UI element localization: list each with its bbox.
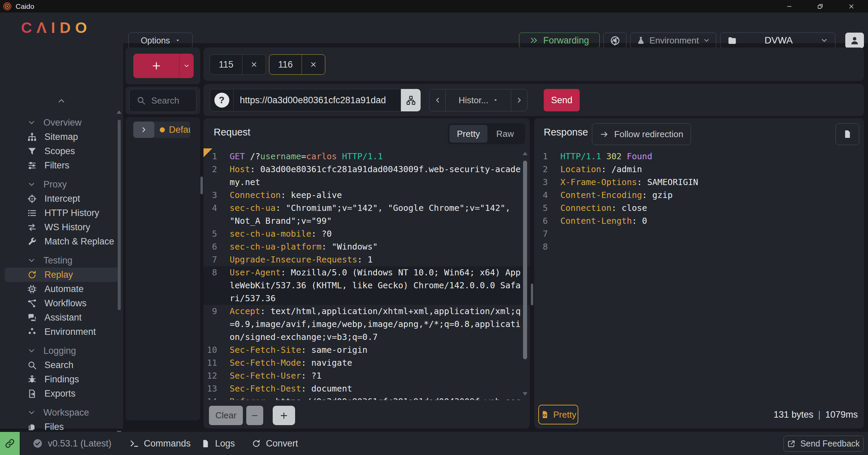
collection-search[interactable] [129, 89, 196, 112]
sidebar-scroll-up[interactable] [54, 96, 69, 106]
history-dropdown[interactable]: Histor... [446, 89, 511, 111]
sidebar-group-proxy[interactable]: Proxy [0, 177, 123, 192]
request-scrollbar[interactable] [522, 151, 528, 397]
browser-button[interactable] [603, 33, 626, 48]
help-zone[interactable]: ? [210, 89, 234, 111]
url-text[interactable]: https://0a3d00e80361cfc281a91dad [234, 95, 393, 106]
sidebar-group-label: Workspace [43, 407, 89, 418]
sidebar-group-testing[interactable]: Testing [0, 253, 123, 268]
code-line[interactable]: 6Content-Length: 0 [534, 215, 864, 228]
close-tab-button[interactable] [302, 61, 325, 68]
code-line[interactable]: 12Sec-Fetch-User: ?1 [204, 369, 530, 382]
send-button[interactable]: Send [544, 89, 580, 111]
close-tab-button[interactable] [243, 61, 266, 68]
decrease-button[interactable] [246, 406, 263, 425]
code-line[interactable]: 14Referer: https://0a3d00e80361cfc281a91… [204, 395, 530, 400]
session-tab-116[interactable]: 116 [269, 54, 325, 75]
wrench-icon [27, 237, 37, 247]
clear-button[interactable]: Clear [209, 406, 243, 425]
sidebar-item-intercept[interactable]: Intercept [0, 192, 123, 206]
sidebar-item-scopes[interactable]: Scopes [0, 144, 123, 158]
new-request-button[interactable] [133, 54, 194, 78]
sidebar-group-label: Logging [43, 346, 76, 356]
sidebar-item-environment[interactable]: Environment [0, 325, 123, 339]
search-input[interactable] [151, 95, 189, 106]
sidebar-item-files[interactable]: Files [0, 420, 123, 430]
response-pretty-button[interactable]: Pretty [538, 405, 578, 424]
close-icon [250, 61, 258, 68]
forwarding-button[interactable]: Forwarding [519, 33, 600, 48]
code-line[interactable]: 4Content-Encoding: gzip [534, 189, 864, 202]
sidebar-item-automate[interactable]: Automate [0, 282, 123, 296]
convert-button[interactable]: Convert [252, 432, 298, 455]
code-line[interactable]: 2Location: /admin [534, 163, 864, 176]
code-line[interactable]: 9Accept: text/html,application/xhtml+xml… [204, 305, 530, 344]
environment-button[interactable]: Environment [630, 33, 716, 48]
history-back-button[interactable] [429, 89, 446, 111]
code-text: sec-ch-ua-platform: "Windows" [230, 240, 521, 253]
code-line[interactable]: 8User-Agent: Mozilla/5.0 (Windows NT 10.… [204, 266, 530, 305]
sidebar-group-label: Overview [43, 117, 82, 128]
sidebar-item-findings[interactable]: Findings [0, 372, 123, 386]
sidebar-item-assistant[interactable]: Assistant [0, 310, 123, 325]
session-tab-115[interactable]: 115 [210, 54, 266, 75]
minimize-button[interactable] [779, 0, 800, 13]
history-navigator: Histor... [429, 89, 527, 111]
user-account-button[interactable] [845, 33, 864, 48]
follow-redirection-button[interactable]: Follow redirection [592, 123, 691, 145]
code-line[interactable]: 8 [534, 240, 864, 253]
sidebar-item-http-history[interactable]: HTTP History [0, 206, 123, 220]
code-line[interactable]: 5Connection: close [534, 202, 864, 215]
code-line[interactable]: 13Sec-Fetch-Dest: document [204, 382, 530, 395]
sidebar-item-match-replace[interactable]: Match & Replace [0, 234, 123, 249]
sidebar-item-exports[interactable]: Exports [0, 386, 123, 401]
code-line[interactable]: 5sec-ch-ua-mobile: ?0 [204, 228, 530, 240]
copy-response-button[interactable] [835, 123, 859, 145]
sidebar-item-replay[interactable]: Replay [5, 268, 118, 282]
close-button[interactable] [841, 0, 862, 13]
options-button[interactable]: Options [128, 33, 193, 48]
request-editor[interactable]: 1GET /?username=carlos HTTP/1.12Host: 0a… [204, 148, 530, 400]
code-line[interactable]: 3Connection: keep-alive [204, 189, 530, 202]
collection-item-default[interactable]: Defau [133, 122, 190, 138]
url-input[interactable]: ? https://0a3d00e80361cfc281a91dad [210, 89, 401, 111]
sidebar-group-logging[interactable]: Logging [0, 344, 123, 358]
code-line[interactable]: 3X-Frame-Options: SAMEORIGIN [534, 176, 864, 189]
code-line[interactable]: 1HTTP/1.1 302 Found [534, 150, 864, 163]
request-response-divider[interactable] [531, 284, 533, 305]
code-line[interactable]: 11Sec-Fetch-Mode: navigate [204, 357, 530, 369]
commands-button[interactable]: Commands [130, 432, 191, 455]
code-line[interactable]: 10Sec-Fetch-Site: same-origin [204, 344, 530, 357]
tab-pretty[interactable]: Pretty [449, 125, 487, 143]
code-line[interactable]: 2Host: 0a3d00e80361cfc281a91dad0043009f.… [204, 163, 530, 189]
code-text: X-Frame-Options: SAMEORIGIN [560, 176, 852, 189]
code-line[interactable]: 7Upgrade-Insecure-Requests: 1 [204, 253, 530, 266]
sidebar-scrollbar[interactable] [118, 108, 121, 437]
sidebar-item-workflows[interactable]: Workflows [0, 296, 123, 310]
logs-button[interactable]: Logs [201, 432, 235, 455]
panel-resize-handle[interactable] [200, 177, 203, 194]
increase-button[interactable] [273, 406, 295, 425]
code-line[interactable]: 4sec-ch-ua: "Chromium";v="142", "Google … [204, 202, 530, 228]
sitemap-structure-button[interactable] [401, 89, 421, 111]
new-request-dropdown[interactable] [179, 54, 194, 78]
expand-collection-button[interactable] [133, 122, 154, 138]
project-selector[interactable]: DVWA [720, 33, 835, 48]
sidebar-item-search[interactable]: Search [0, 358, 123, 372]
tab-raw[interactable]: Raw [487, 125, 523, 143]
code-line[interactable]: 6sec-ch-ua-platform: "Windows" [204, 240, 530, 253]
connection-link-button[interactable] [0, 432, 20, 455]
minus-icon [251, 412, 259, 420]
sidebar-item-ws-history[interactable]: WS History [0, 220, 123, 234]
history-forward-button[interactable] [511, 89, 527, 111]
code-line[interactable]: 7 [534, 228, 864, 240]
code-line[interactable]: 1GET /?username=carlos HTTP/1.1 [204, 150, 530, 163]
sidebar-item-filters[interactable]: Filters [0, 158, 123, 172]
response-editor[interactable]: 1HTTP/1.1 302 Found2Location: /admin3X-F… [534, 148, 864, 400]
send-feedback-button[interactable]: Send Feedback [784, 436, 864, 452]
sidebar-group-workspace[interactable]: Workspace [0, 405, 123, 420]
sidebar-group-overview[interactable]: Overview [0, 115, 123, 130]
version-indicator[interactable]: v0.53.1 (Latest) [33, 432, 112, 455]
restore-button[interactable] [810, 0, 831, 13]
sidebar-item-sitemap[interactable]: Sitemap [0, 130, 123, 144]
